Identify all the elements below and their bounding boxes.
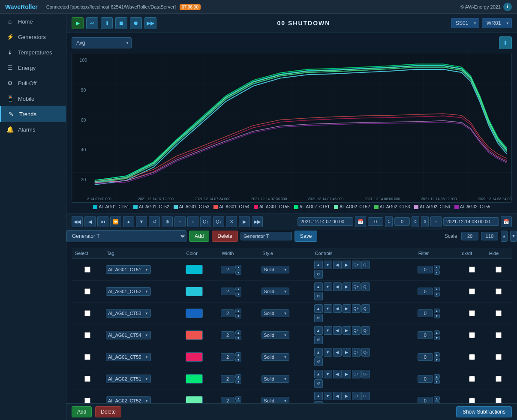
ctrl-down-0[interactable]: ▼ (324, 261, 332, 269)
stop-button[interactable]: ⏹ (115, 17, 127, 29)
width-up-6[interactable]: ▲ (235, 396, 241, 401)
ctrl-zoom1-4[interactable]: Q+ (352, 348, 361, 357)
ctrl-zoom1-2[interactable]: Q+ (352, 304, 361, 313)
filter-down-0[interactable]: ▼ (434, 270, 440, 275)
pause-button[interactable]: ⏸ (101, 17, 113, 29)
hide-checkbox-4[interactable] (496, 354, 502, 360)
tag-dropdown-5[interactable]: AI_AG02_CT51 (106, 375, 151, 383)
style-select-6[interactable]: SolidDashedDotted (262, 397, 289, 403)
ctrl-reset-2[interactable]: ↺ (314, 314, 323, 322)
dxdt-checkbox-3[interactable] (469, 332, 475, 338)
ctrl-right-0[interactable]: ▶ (343, 261, 351, 269)
ctrl-zoom2-2[interactable]: Q- (361, 304, 370, 313)
sidebar-item-home[interactable]: ⌂ Home (0, 14, 66, 29)
width-input-4[interactable] (221, 353, 234, 361)
add-preset-button[interactable]: Add (189, 231, 209, 242)
scale-min-input[interactable] (461, 232, 478, 240)
nav-last-button[interactable]: ▶▶ (252, 216, 263, 227)
filter-up-6[interactable]: ▲ (434, 396, 440, 401)
info-button[interactable]: ℹ (503, 3, 512, 11)
filter-input-0[interactable] (418, 266, 433, 273)
ctrl-zoom1-5[interactable]: Q+ (352, 370, 361, 378)
width-down-5[interactable]: ▼ (235, 379, 241, 384)
ctrl-zoom2-5[interactable]: Q- (361, 370, 370, 378)
ctrl-zoom2-0[interactable]: Q- (361, 261, 370, 269)
ctrl-left-1[interactable]: ◀ (333, 282, 342, 291)
ctrl-up-2[interactable]: ▲ (314, 304, 323, 313)
ctrl-left-6[interactable]: ◀ (333, 392, 342, 400)
row-checkbox-2[interactable] (84, 310, 90, 316)
nav-up-button[interactable]: ▲ (123, 216, 134, 227)
start-calendar-button[interactable]: 📅 (355, 216, 366, 227)
ctrl-reset-3[interactable]: ↺ (314, 336, 323, 344)
tag-dropdown-2[interactable]: AI_AG01_CT53 (106, 309, 151, 318)
back-button[interactable]: ↩ (86, 17, 98, 29)
tag-dropdown-6[interactable]: AI_AG02_CT52 (106, 396, 151, 403)
color-swatch-6[interactable] (186, 396, 203, 403)
ctrl-zoom1-6[interactable]: Q+ (352, 392, 361, 400)
row-checkbox-5[interactable] (84, 376, 90, 382)
filter-up-2[interactable]: ▲ (434, 309, 440, 313)
scale-up-button[interactable]: ▲ (501, 231, 508, 242)
show-subtractions-button[interactable]: Show Subtractions (456, 406, 512, 417)
nav-prev2-button[interactable]: ⏮ (97, 216, 108, 227)
ctrl-reset-0[interactable]: ↺ (314, 270, 323, 279)
num5-stepper[interactable]: 0 (421, 216, 429, 227)
width-input-5[interactable] (221, 375, 234, 383)
ctrl-down-4[interactable]: ▼ (324, 348, 332, 357)
sidebar-item-trends[interactable]: ✎ Trends (0, 106, 66, 122)
ctrl-zoom1-1[interactable]: Q+ (352, 282, 361, 291)
ctrl-right-1[interactable]: ▶ (343, 282, 351, 291)
ctrl-up-1[interactable]: ▲ (314, 282, 323, 291)
hide-checkbox-1[interactable] (496, 288, 502, 294)
ctrl-down-2[interactable]: ▼ (324, 304, 332, 313)
nav-zoom-x-button[interactable]: ↔ (174, 216, 186, 227)
nav-zoom-y-button[interactable]: ↕ (187, 216, 198, 227)
style-select-3[interactable]: SolidDashedDotted (262, 331, 289, 339)
dxdt-checkbox-2[interactable] (469, 310, 475, 316)
nav-query2-button[interactable]: Q↓ (213, 216, 224, 227)
color-swatch-3[interactable] (186, 330, 203, 340)
filter-down-5[interactable]: ▼ (434, 379, 440, 384)
style-select-5[interactable]: SolidDashedDotted (262, 375, 289, 383)
nav-prev-button[interactable]: ◀ (84, 216, 96, 227)
ctrl-down-3[interactable]: ▼ (324, 326, 332, 335)
preset-name-input[interactable] (240, 232, 292, 240)
width-down-0[interactable]: ▼ (235, 270, 241, 275)
dxdt-checkbox-5[interactable] (469, 376, 475, 382)
num3-input[interactable] (394, 217, 410, 226)
nav-first-button[interactable]: ◀◀ (72, 216, 83, 227)
width-down-2[interactable]: ▼ (235, 314, 241, 318)
end-date-input[interactable] (443, 217, 499, 226)
sidebar-item-alarms[interactable]: 🔔 Alarms (0, 122, 66, 137)
width-input-2[interactable] (221, 309, 234, 317)
ctrl-right-5[interactable]: ▶ (343, 370, 351, 378)
filter-up-4[interactable]: ▲ (434, 352, 440, 357)
dxdt-checkbox-1[interactable] (469, 288, 475, 294)
end-calendar-button[interactable]: 📅 (501, 216, 512, 227)
sidebar-item-energy[interactable]: ☰ Energy (0, 60, 66, 75)
filter-input-3[interactable] (418, 331, 433, 339)
nav-clear-button[interactable]: ✕ (226, 216, 237, 227)
hide-checkbox-3[interactable] (496, 332, 502, 338)
sidebar-item-pull-off[interactable]: ⚙ Pull-Off (0, 75, 66, 91)
filter-down-4[interactable]: ▼ (434, 357, 440, 362)
width-input-3[interactable] (221, 331, 234, 339)
ctrl-up-6[interactable]: ▲ (314, 392, 323, 400)
row-checkbox-3[interactable] (84, 332, 90, 338)
row-checkbox-6[interactable] (84, 398, 90, 403)
width-up-1[interactable]: ▲ (235, 287, 241, 291)
ctrl-zoom2-1[interactable]: Q- (361, 282, 370, 291)
ctrl-down-5[interactable]: ▼ (324, 370, 332, 378)
filter-up-0[interactable]: ▲ (434, 265, 440, 270)
nav-zoom-in-button[interactable]: ⊕ (162, 216, 173, 227)
color-swatch-5[interactable] (186, 374, 203, 384)
width-up-3[interactable]: ▲ (235, 330, 241, 335)
num1-input[interactable] (368, 217, 383, 226)
filter-input-6[interactable] (418, 397, 433, 403)
start-date-input[interactable] (298, 217, 353, 226)
width-input-0[interactable] (221, 266, 234, 273)
nav-zoom-reset-button[interactable]: ↺ (149, 216, 160, 227)
ctrl-left-5[interactable]: ◀ (333, 370, 342, 378)
width-input-1[interactable] (221, 288, 234, 295)
